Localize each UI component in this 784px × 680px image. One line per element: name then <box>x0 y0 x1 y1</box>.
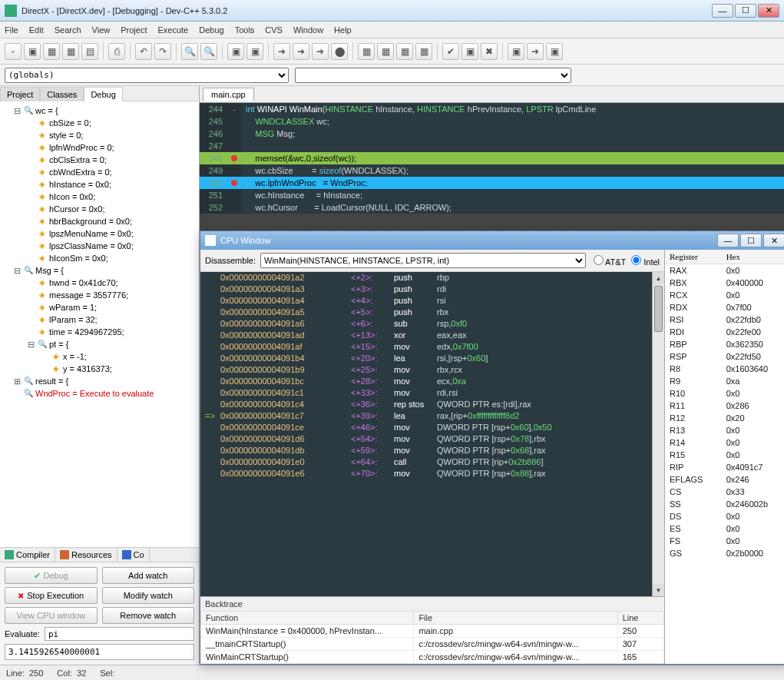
toolbar-run-icon[interactable]: ▣ <box>246 43 263 60</box>
maximize-button[interactable]: ☐ <box>735 4 756 18</box>
evaluate-input[interactable] <box>45 627 194 641</box>
asm-line[interactable]: 0x00000000004091a4 <+4>: push rsi <box>200 295 664 307</box>
asm-line[interactable]: 0x00000000004091b4 <+20>: lea rsi,[rsp+0… <box>200 353 664 364</box>
tree-node[interactable]: ◈hwnd = 0x41dc70; <box>3 277 196 289</box>
asm-line[interactable]: 0x00000000004091db <+59>: mov QWORD PTR … <box>200 445 664 456</box>
asm-line[interactable]: 0x00000000004091b9 <+25>: mov rbx,rcx <box>200 364 664 376</box>
toolbar-close-icon[interactable]: ▤ <box>81 43 98 60</box>
toolbar-check-icon[interactable]: ✔ <box>442 43 459 60</box>
tree-node[interactable]: ⊟🔍wc = { <box>3 104 196 117</box>
toolbar-undo-icon[interactable]: ↶ <box>135 43 152 60</box>
tree-node[interactable]: ⊟🔍Msg = { <box>3 264 196 277</box>
register-row[interactable]: RSP0x22fd50 <box>665 350 784 363</box>
toolbar-delete-icon[interactable]: ✖ <box>481 43 498 60</box>
remove-watch-button[interactable]: Remove watch <box>102 607 195 624</box>
toolbar-new-icon[interactable]: ▫ <box>5 43 22 60</box>
tab-classes[interactable]: Classes <box>40 87 84 101</box>
tab-project[interactable]: Project <box>0 87 40 101</box>
register-row[interactable]: RDI0x22fe00 <box>665 326 784 338</box>
register-row[interactable]: EFLAGS0x246 <box>665 473 784 486</box>
code-editor[interactable]: 244-int WINAPI WinMain(HINSTANCE hInstan… <box>200 103 784 214</box>
tree-node[interactable]: ◈lpfnWndProc = 0; <box>3 141 196 154</box>
tree-node[interactable]: ◈cbWndExtra = 0; <box>3 166 196 178</box>
asm-line[interactable]: 0x00000000004091bc <+28>: mov ecx,0xa <box>200 376 664 387</box>
register-row[interactable]: R130x0 <box>665 424 784 436</box>
debug-button[interactable]: ✔Debug <box>5 567 98 584</box>
backtrace-row[interactable]: WinMain(hInstance = 0x400000, hPrevInsta… <box>201 625 664 638</box>
tree-node[interactable]: ◈style = 0; <box>3 129 196 141</box>
scroll-up-icon[interactable]: ▲ <box>653 272 664 284</box>
toolbar-misc1-icon[interactable]: ▣ <box>508 43 524 60</box>
register-row[interactable]: RSI0x22fdb0 <box>665 313 784 326</box>
asm-line[interactable]: 0x00000000004091af <+15>: mov edx,0x7f00 <box>200 341 664 353</box>
cpu-close-button[interactable]: ✕ <box>763 234 784 247</box>
register-row[interactable]: R80x1603640 <box>665 363 784 375</box>
tree-node[interactable]: ◈message = 3557776; <box>3 289 196 301</box>
toolbar-misc3-icon[interactable]: ▣ <box>546 43 563 60</box>
register-row[interactable]: RDX0x7f00 <box>665 301 784 313</box>
watch-tree[interactable]: ⊟🔍wc = {◈cbSize = 0;◈style = 0;◈lpfnWndP… <box>0 101 199 547</box>
register-row[interactable]: RBX0x400000 <box>665 277 784 289</box>
toolbar-debug-over-icon[interactable]: ➜ <box>293 43 309 60</box>
cpu-minimize-button[interactable]: — <box>717 234 739 247</box>
menu-project[interactable]: Project <box>121 25 147 35</box>
toolbar-compile-icon[interactable]: ▣ <box>227 43 244 60</box>
asm-line[interactable]: 0x00000000004091c4 <+36>: rep stos QWORD… <box>200 399 664 410</box>
register-row[interactable]: RCX0x0 <box>665 289 784 301</box>
toolbar-debug-stop-icon[interactable]: ⬤ <box>331 43 348 60</box>
disassembly-view[interactable]: 0x00000000004091a2 <+2>: push rbp 0x0000… <box>200 272 664 596</box>
close-button[interactable]: ✕ <box>758 4 779 18</box>
add-watch-button[interactable]: Add watch <box>102 567 195 584</box>
menu-window[interactable]: Window <box>293 25 323 35</box>
toolbar-open-icon[interactable]: ▣ <box>24 43 41 60</box>
menu-edit[interactable]: Edit <box>29 25 44 35</box>
register-row[interactable]: R110x286 <box>665 400 784 412</box>
scroll-thumb[interactable] <box>654 286 663 332</box>
register-row[interactable]: DS0x0 <box>665 510 784 522</box>
radio-att[interactable]: AT&T <box>594 257 627 267</box>
register-row[interactable]: R140x0 <box>665 436 784 449</box>
tree-node[interactable]: ◈lParam = 32; <box>3 313 196 326</box>
toolbar-grid1-icon[interactable]: ▦ <box>358 43 375 60</box>
modify-watch-button[interactable]: Modify watch <box>102 587 195 604</box>
menu-debug[interactable]: Debug <box>199 25 223 35</box>
stop-execution-button[interactable]: Stop Execution <box>5 587 98 604</box>
toolbar-saveall-icon[interactable]: ▦ <box>62 43 79 60</box>
toolbar-bookmark-icon[interactable]: ▣ <box>461 43 478 60</box>
globals-combo[interactable]: (globals) <box>5 68 289 83</box>
tree-node[interactable]: ◈hIcon = 0x0; <box>3 191 196 203</box>
tab-debug[interactable]: Debug <box>84 87 122 101</box>
asm-line[interactable]: 0x00000000004091a6 <+6>: sub rsp,0xf0 <box>200 318 664 330</box>
asm-line[interactable]: 0x00000000004091ce <+46>: mov DWORD PTR … <box>200 422 664 433</box>
asm-line[interactable]: 0x00000000004091a3 <+3>: push rdi <box>200 284 664 295</box>
tree-node[interactable]: ◈hIconSm = 0x0; <box>3 252 196 264</box>
toolbar-find-icon[interactable]: 🔍 <box>181 43 198 60</box>
tree-node[interactable]: ◈cbClsExtra = 0; <box>3 154 196 166</box>
register-row[interactable]: RIP0x4091c7 <box>665 461 784 473</box>
tree-node[interactable]: ◈hbrBackground = 0x0; <box>3 215 196 227</box>
cpu-titlebar[interactable]: CPU Window — ☐ ✕ <box>200 231 784 250</box>
tab-resources[interactable]: Resources <box>55 548 117 562</box>
tree-node[interactable]: ◈time = 4294967295; <box>3 326 196 338</box>
toolbar-redo-icon[interactable]: ↷ <box>154 43 171 60</box>
tree-node[interactable]: ◈y = 4316373; <box>3 363 196 375</box>
menu-file[interactable]: File <box>5 25 18 35</box>
asm-line[interactable]: 0x00000000004091e0 <+64>: call QWORD PTR… <box>200 456 664 468</box>
toolbar-grid2-icon[interactable]: ▦ <box>377 43 394 60</box>
members-combo[interactable] <box>295 68 571 83</box>
register-row[interactable]: RAX0x0 <box>665 264 784 277</box>
tree-node[interactable]: ⊟🔍pt = { <box>3 338 196 350</box>
scroll-down-icon[interactable]: ▼ <box>653 584 664 596</box>
menu-tools[interactable]: Tools <box>235 25 255 35</box>
register-row[interactable]: R100x0 <box>665 387 784 400</box>
toolbar-misc2-icon[interactable]: ➜ <box>527 43 544 60</box>
asm-line[interactable]: 0x00000000004091a2 <+2>: push rbp <box>200 272 664 284</box>
menu-help[interactable]: Help <box>334 25 352 35</box>
tab-compile-log[interactable]: Co <box>117 548 150 562</box>
toolbar-print-icon[interactable]: ⎙ <box>108 43 125 60</box>
tree-node[interactable]: ◈wParam = 1; <box>3 301 196 313</box>
asm-line[interactable]: 0x00000000004091ad <+13>: xor eax,eax <box>200 330 664 341</box>
register-row[interactable]: R150x0 <box>665 449 784 461</box>
tree-node[interactable]: ◈hCursor = 0x0; <box>3 203 196 215</box>
asm-line[interactable]: =>0x00000000004091c7 <+39>: lea rax,[rip… <box>200 410 664 422</box>
